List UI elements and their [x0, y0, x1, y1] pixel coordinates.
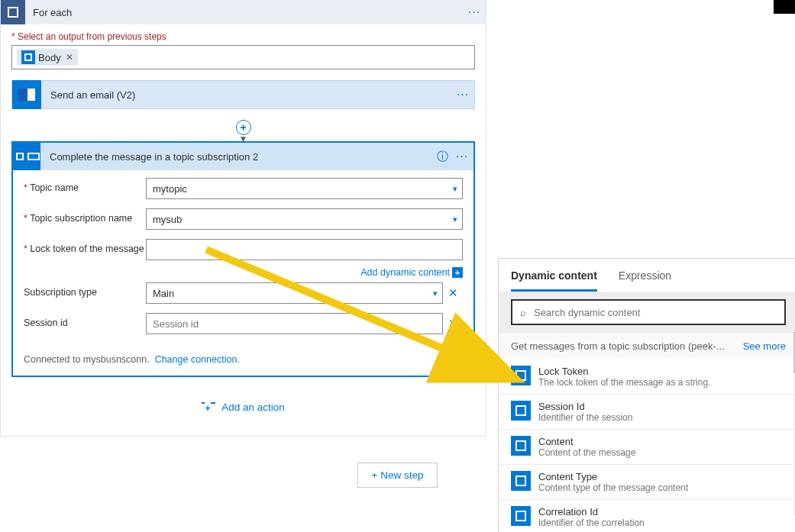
complete-message-header[interactable]: Complete the message in a topic subscrip…	[13, 143, 473, 170]
topic-name-select[interactable]: mytopic ▾	[146, 178, 463, 199]
tab-dynamic-content[interactable]: Dynamic content	[511, 269, 597, 292]
topic-name-label: Topic name	[24, 178, 146, 193]
connection-text: Connected to mysbusnsconn.	[24, 354, 150, 365]
topic-sub-select[interactable]: mysub ▾	[146, 208, 463, 230]
clear-subscription-type-button[interactable]: ✕	[443, 282, 463, 300]
send-email-menu-button[interactable]: ···	[451, 88, 474, 102]
body-token-chip[interactable]: Body ✕	[17, 49, 78, 66]
chevron-down-icon: ▾	[453, 214, 457, 224]
service-bus-icon	[21, 50, 35, 64]
section-header: Get messages from a topic subscription (…	[511, 340, 725, 352]
service-bus-icon	[511, 506, 531, 526]
lock-token-input[interactable]	[146, 239, 463, 260]
insert-step-button[interactable]: +	[236, 120, 251, 135]
new-step-button[interactable]: + New step	[357, 463, 438, 488]
foreach-menu-button[interactable]: ···	[463, 5, 486, 19]
topic-sub-label: Topic subscription name	[24, 208, 146, 224]
chevron-down-icon: ▾	[453, 184, 457, 194]
send-email-title: Send an email (V2)	[50, 89, 451, 101]
tab-expression[interactable]: Expression	[619, 269, 671, 292]
add-action-button[interactable]: Add an action	[1, 383, 486, 436]
body-token-label: Body	[38, 52, 61, 63]
dynamic-item-content[interactable]: ContentContent of the message	[499, 430, 795, 465]
dynamic-content-search-input[interactable]	[534, 307, 777, 318]
dynamic-item-lock-token[interactable]: Lock TokenThe lock token of the message …	[499, 360, 795, 395]
service-bus-icon	[511, 401, 531, 421]
remove-token-icon[interactable]: ✕	[66, 52, 73, 63]
add-action-icon	[202, 402, 215, 413]
select-output-label: Select an output from previous steps	[11, 31, 475, 42]
subscription-type-label: Subscription type	[24, 282, 146, 298]
info-icon[interactable]: ⓘ	[434, 150, 451, 164]
outlook-icon	[12, 80, 41, 109]
see-more-link[interactable]: See more	[743, 340, 786, 352]
chevron-down-icon: ▾	[433, 289, 438, 298]
service-bus-icon	[511, 366, 531, 385]
add-dynamic-content-link[interactable]: Add dynamic content	[360, 267, 450, 278]
arrow-down-icon: ▼	[239, 134, 248, 144]
session-id-label: Session id	[24, 313, 146, 328]
dynamic-content-icon[interactable]: +	[452, 267, 463, 278]
complete-menu-button[interactable]: ···	[451, 150, 473, 163]
change-connection-link[interactable]: Change connection.	[155, 354, 240, 365]
clear-session-id-button[interactable]: ✕	[443, 313, 463, 330]
dynamic-content-panel: Dynamic content Expression ⌕ Get message…	[498, 258, 795, 532]
search-icon: ⌕	[520, 307, 526, 318]
foreach-title: For each	[33, 7, 463, 18]
dynamic-item-correlation-id[interactable]: Correlation IdIdentifier of the correlat…	[499, 500, 795, 532]
corner-decoration	[774, 0, 795, 14]
service-bus-icon	[511, 436, 531, 456]
dynamic-item-session-id[interactable]: Session IdIdentifier of the session	[499, 395, 795, 430]
foreach-icon	[1, 0, 25, 24]
subscription-type-select[interactable]: Main ▾	[146, 282, 443, 304]
foreach-header[interactable]: For each ···	[1, 0, 486, 24]
session-id-input[interactable]	[146, 313, 443, 334]
service-bus-icon	[13, 143, 40, 170]
select-output-input[interactable]: Body ✕	[11, 45, 475, 69]
dynamic-item-content-type[interactable]: Content TypeContent type of the message …	[499, 465, 795, 500]
lock-token-label: Lock token of the message	[24, 239, 146, 254]
service-bus-icon	[511, 471, 531, 491]
complete-message-card: Complete the message in a topic subscrip…	[11, 141, 475, 377]
complete-message-title: Complete the message in a topic subscrip…	[50, 151, 434, 163]
send-email-header[interactable]: Send an email (V2) ···	[11, 80, 475, 109]
svg-rect-0	[28, 153, 39, 160]
